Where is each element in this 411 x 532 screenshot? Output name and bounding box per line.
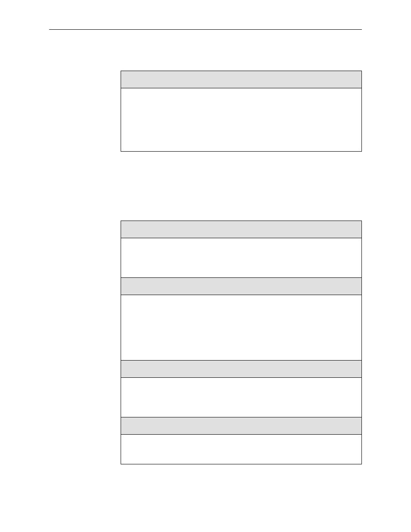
section-1: [49, 71, 362, 152]
section-2: [49, 221, 362, 464]
table-1: [121, 71, 362, 152]
table-1-header: [121, 71, 361, 88]
table-2: [121, 221, 362, 464]
document-page: [0, 0, 411, 532]
table-2-body-3: [121, 378, 361, 417]
table-2-header-3: [121, 361, 361, 378]
table-2-body-2: [121, 295, 361, 361]
table-1-body: [121, 88, 361, 151]
header-rule: [49, 29, 362, 30]
table-2-body-1: [121, 238, 361, 278]
table-2-header-2: [121, 278, 361, 295]
table-2-body-4: [121, 435, 361, 464]
table-2-header-1: [121, 221, 361, 238]
table-2-header-4: [121, 417, 361, 435]
